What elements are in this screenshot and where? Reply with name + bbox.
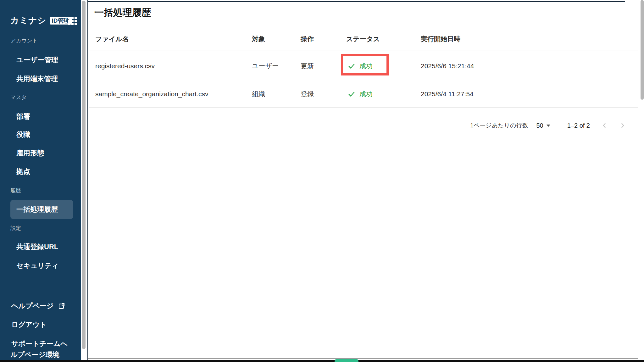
cell-operation: 更新 — [301, 61, 314, 71]
check-icon — [347, 90, 356, 98]
brand: カミナシ ID管理 — [10, 15, 72, 26]
sidebar-item-user-management[interactable]: ユーザー管理 — [16, 55, 58, 65]
column-header-target: 対象 — [252, 34, 265, 44]
table-pagination: 1ページあたりの行数 50 1–2 of 2 — [470, 119, 626, 132]
sidebar-scrollbar-thumb[interactable] — [82, 1, 86, 349]
next-page-button[interactable] — [619, 122, 626, 129]
header-divider — [89, 51, 638, 51]
previous-page-button[interactable] — [601, 122, 608, 129]
logout-label: ログアウト — [11, 320, 47, 329]
sidebar-item-help-page[interactable]: ヘルプページ — [11, 301, 65, 311]
nav-section-history: 履歴 — [10, 187, 21, 194]
caret-down-icon[interactable] — [547, 125, 550, 127]
row-divider — [89, 81, 638, 81]
sidebar-item-security[interactable]: セキュリティ — [16, 261, 59, 270]
cell-status: 成功 — [347, 89, 373, 99]
cell-started-at: 2025/6/4 11:27:54 — [421, 89, 474, 99]
support-team-label: サポートチームへ — [11, 339, 68, 348]
sidebar-item-help-page-env[interactable]: ルプページ環境 — [10, 350, 59, 359]
sidebar-item-department[interactable]: 部署 — [16, 112, 30, 121]
app-window: カミナシ ID管理 アカウント ユーザー管理 共用端末管理 マスタ 部署 役職 … — [0, 0, 644, 362]
nav-section-settings: 設定 — [10, 225, 21, 231]
status-label: 成功 — [359, 89, 373, 99]
cell-file-name: sample_create_organization_chart.csv — [95, 89, 208, 99]
column-header-started-at: 実行開始日時 — [421, 34, 460, 44]
pagination-range: 1–2 of 2 — [567, 122, 590, 129]
help-page-env-label: ルプページ環境 — [10, 350, 59, 359]
cell-file-name: registered-users.csv — [95, 61, 155, 71]
cell-started-at: 2025/6/6 15:21:44 — [421, 61, 474, 71]
cell-target: 組織 — [252, 89, 265, 99]
rows-per-page-label: 1ページあたりの行数 — [470, 121, 528, 130]
main-scrollbar-thumb[interactable] — [641, 0, 644, 100]
rows-per-page-select[interactable]: 50 — [536, 122, 543, 129]
main-frame-left-border — [87, 0, 88, 360]
nav-section-master: マスタ — [10, 94, 27, 101]
batch-history-table-panel: ファイル名 対象 操作 ステータス 実行開始日時 registered-user… — [89, 21, 638, 358]
sidebar-item-common-registration-url[interactable]: 共通登録URL — [16, 242, 58, 252]
column-header-status: ステータス — [346, 34, 380, 44]
sidebar-item-role[interactable]: 役職 — [16, 130, 30, 139]
sidebar: カミナシ ID管理 アカウント ユーザー管理 共用端末管理 マスタ 部署 役職 … — [0, 0, 81, 360]
chat-launcher-button[interactable] — [335, 359, 358, 362]
sidebar-item-shared-device-management[interactable]: 共用端末管理 — [16, 74, 58, 84]
external-link-icon — [58, 303, 65, 309]
main-frame-right-border — [638, 21, 638, 359]
highlight-box — [341, 54, 389, 75]
brand-logo: カミナシ — [10, 15, 47, 26]
column-header-file-name: ファイル名 — [95, 34, 129, 44]
column-header-operation: 操作 — [301, 34, 314, 44]
sidebar-item-location[interactable]: 拠点 — [16, 167, 30, 176]
main-frame-bottom-border — [88, 358, 638, 359]
sidebar-item-batch-history-active[interactable]: 一括処理履歴 — [10, 200, 73, 219]
window-bottom-edge — [0, 360, 644, 362]
page-title: 一括処理履歴 — [94, 7, 151, 18]
nav-section-account: アカウント — [10, 38, 38, 44]
sidebar-divider — [6, 284, 75, 284]
cell-operation: 登録 — [301, 89, 314, 99]
main-frame-top-border — [87, 1, 625, 2]
sidebar-item-support-team[interactable]: サポートチームへ — [11, 339, 68, 348]
apps-grid-icon[interactable] — [68, 17, 76, 25]
row-divider — [89, 107, 638, 108]
sidebar-item-employment-type[interactable]: 雇用形態 — [16, 148, 44, 158]
cell-target: ユーザー — [252, 61, 279, 71]
help-page-label: ヘルプページ — [11, 301, 54, 311]
sidebar-item-logout[interactable]: ログアウト — [11, 320, 47, 329]
